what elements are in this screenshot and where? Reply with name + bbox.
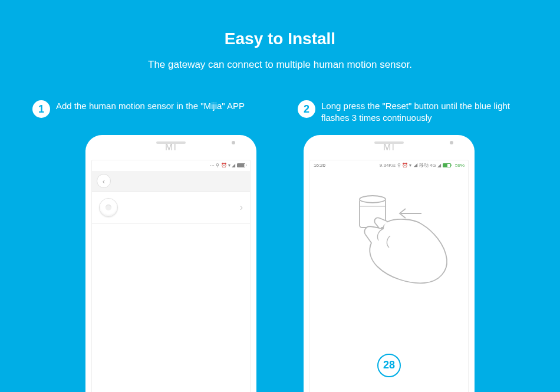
step-1: 1 Add the human motion sensor in the "Mi… [32,100,262,124]
status-icons: ⋯ ⚲ ⏰ ▾ ◢ [210,163,235,168]
camera-icon [450,141,453,144]
device-list-item[interactable]: › [92,192,250,224]
phone-left-bezel: MI [85,135,256,160]
header: Easy to Install The gateway can connect … [0,0,560,71]
step-2-text: Long press the "Reset" button until the … [321,100,528,124]
chevron-right-icon: › [240,202,243,213]
phone-right-screen: 16:20 9.34K/s ⚲ ⏰ ▾ ◢ 移动 4G ◢ 59% [309,160,469,393]
phone-left-screen: ⋯ ⚲ ⏰ ▾ ◢ ‹ › [91,160,251,393]
nav-bar: ‹ [92,171,250,192]
statusbar-icons: 9.34K/s ⚲ ⏰ ▾ ◢ 移动 4G ◢ 59% [380,162,465,169]
steps-row: 1 Add the human motion sensor in the "Mi… [0,100,560,124]
chevron-left-icon: ‹ [103,177,105,186]
motion-sensor-icon [99,198,118,217]
page-title: Easy to Install [0,29,560,48]
phone-left: MI ⋯ ⚲ ⏰ ▾ ◢ ‹ › [85,135,256,393]
step-1-badge: 1 [32,100,50,118]
page-subtitle: The gateway can connect to multiple huma… [0,59,560,71]
speaker-icon [156,141,186,144]
hand-press-sensor-icon [324,189,454,289]
phones-row: MI ⋯ ⚲ ⏰ ▾ ◢ ‹ › [0,135,560,393]
battery-percent: 59% [455,163,465,168]
statusbar-icons: ⋯ ⚲ ⏰ ▾ ◢ [210,163,246,168]
step-2: 2 Long press the "Reset" button until th… [298,100,528,124]
speaker-icon [374,141,404,144]
statusbar-time: 16:20 [314,163,325,168]
back-button[interactable]: ‹ [97,174,111,188]
step-1-text: Add the human motion sensor in the "Miji… [56,100,245,112]
camera-icon [232,141,235,144]
reset-illustration: 28 [310,171,468,377]
status-icons: ⚲ ⏰ ▾ ◢ 移动 4G ◢ [397,162,441,169]
countdown-timer: 28 [377,354,401,377]
phone-right: MI 16:20 9.34K/s ⚲ ⏰ ▾ ◢ 移动 4G ◢ 59% [304,135,475,393]
net-speed: 9.34K/s [380,163,396,168]
battery-icon [237,163,246,167]
battery-icon [443,163,452,167]
statusbar-right-phone: 16:20 9.34K/s ⚲ ⏰ ▾ ◢ 移动 4G ◢ 59% [310,160,468,171]
phone-right-bezel: MI [304,135,475,160]
step-2-badge: 2 [298,100,315,118]
statusbar-left: ⋯ ⚲ ⏰ ▾ ◢ [92,160,250,171]
svg-point-1 [360,196,386,203]
